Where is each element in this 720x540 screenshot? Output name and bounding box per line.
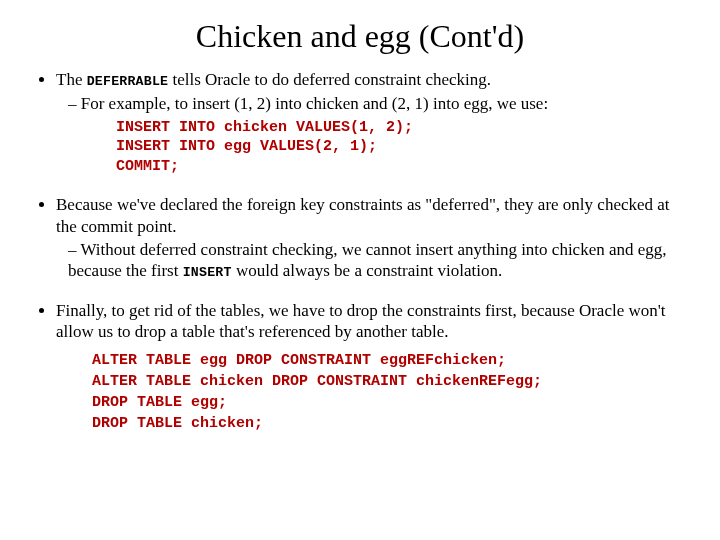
slide: Chicken and egg (Cont'd) The DEFERRABLE … (0, 0, 720, 472)
bullet-3-text: Finally, to get rid of the tables, we ha… (56, 301, 666, 341)
bullet-1-sub: For example, to insert (1, 2) into chick… (56, 93, 690, 114)
keyword-insert: INSERT (183, 265, 232, 280)
slide-title: Chicken and egg (Cont'd) (30, 18, 690, 55)
bullet-2-sub-1-post: would always be a constraint violation. (232, 261, 503, 280)
bullet-1: The DEFERRABLE tells Oracle to do deferr… (56, 69, 690, 176)
bullet-1-pre: The (56, 70, 87, 89)
bullet-1-sub-1: For example, to insert (1, 2) into chick… (68, 93, 690, 114)
bullet-1-post: tells Oracle to do deferred constraint c… (168, 70, 491, 89)
bullet-2-sub: Without deferred constraint checking, we… (56, 239, 690, 282)
code-block-1: INSERT INTO chicken VALUES(1, 2); INSERT… (116, 118, 690, 177)
bullet-2: Because we've declared the foreign key c… (56, 194, 690, 281)
bullet-2-sub-1: Without deferred constraint checking, we… (68, 239, 690, 282)
bullet-list: The DEFERRABLE tells Oracle to do deferr… (30, 69, 690, 434)
code-block-2: ALTER TABLE egg DROP CONSTRAINT eggREFch… (92, 350, 690, 434)
bullet-3: Finally, to get rid of the tables, we ha… (56, 300, 690, 435)
keyword-deferrable: DEFERRABLE (87, 74, 169, 89)
bullet-2-text: Because we've declared the foreign key c… (56, 195, 670, 235)
